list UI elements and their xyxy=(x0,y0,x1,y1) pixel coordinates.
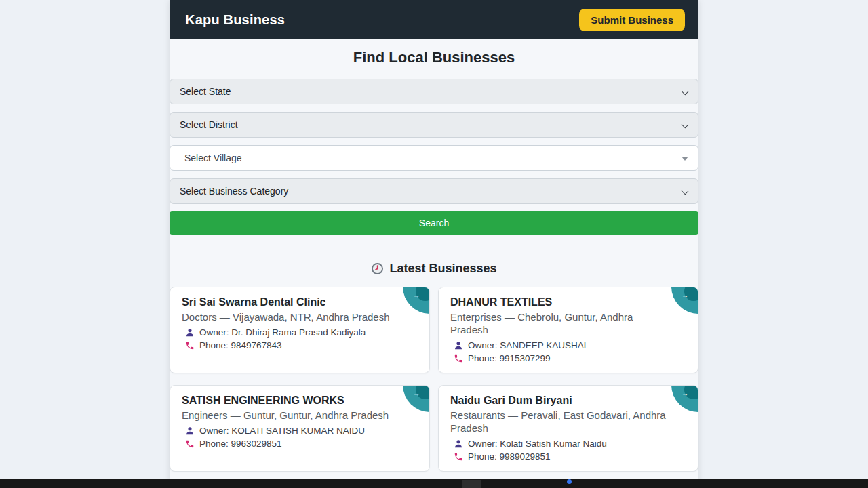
chevron-down-icon xyxy=(682,88,689,96)
business-phone-row: Phone: 9849767843 xyxy=(182,340,399,352)
business-category-location: Engineers — Guntur, Guntur, Andhra Prade… xyxy=(182,409,399,422)
card-corner-badge: → xyxy=(671,287,698,314)
chevron-down-icon xyxy=(682,188,689,195)
latest-businesses-heading: Latest Businesses xyxy=(170,262,698,276)
business-owner-text: Owner: KOLATI SATISH KUMAR NAIDU xyxy=(199,425,365,437)
card-corner-badge: → xyxy=(403,287,430,314)
business-phone-text: Phone: 9989029851 xyxy=(468,451,551,463)
state-select[interactable]: Select State xyxy=(170,79,698,104)
business-card[interactable]: Naidu Gari Dum Biryani Restaurants — Per… xyxy=(438,385,698,472)
phone-icon xyxy=(185,341,195,350)
state-select-label: Select State xyxy=(180,86,231,97)
district-select[interactable]: Select District xyxy=(170,112,698,138)
taskbar-app-dot-icon xyxy=(567,479,572,484)
business-phone-row: Phone: 9989029851 xyxy=(450,451,668,463)
person-icon xyxy=(454,439,463,449)
business-phone-text: Phone: 9963029851 xyxy=(199,438,282,450)
arrow-right-icon: → xyxy=(413,292,420,299)
business-owner-row: Owner: Kolati Satish Kumar Naidu xyxy=(450,438,668,450)
taskbar xyxy=(0,479,868,488)
chevron-down-icon xyxy=(682,121,689,129)
site-title: Kapu Business xyxy=(185,12,285,28)
card-corner-badge: → xyxy=(671,385,698,412)
arrow-right-icon: → xyxy=(682,390,688,397)
taskbar-tile xyxy=(462,480,481,488)
caret-down-icon xyxy=(682,157,688,161)
phone-icon xyxy=(454,452,463,462)
business-owner-row: Owner: SANDEEP KAUSHAL xyxy=(450,340,668,352)
business-phone-text: Phone: 9915307299 xyxy=(468,352,551,365)
business-category-location: Restaurants — Peravali, East Godavari, A… xyxy=(450,409,668,434)
person-icon xyxy=(185,426,195,436)
page-title: Find Local Businesses xyxy=(170,48,698,67)
arrow-right-icon: → xyxy=(413,390,420,397)
business-category-select-label: Select Business Category xyxy=(180,186,288,197)
business-owner-text: Owner: Kolati Satish Kumar Naidu xyxy=(468,438,607,450)
main-content: Find Local Businesses Select State Selec… xyxy=(170,48,698,488)
business-category-select[interactable]: Select Business Category xyxy=(170,178,698,204)
business-card[interactable]: Sri Sai Swarna Dental Clinic Doctors — V… xyxy=(170,287,430,373)
business-category-location: Doctors — Vijayawada, NTR, Andhra Prades… xyxy=(182,310,399,323)
business-name: DHANUR TEXTILES xyxy=(450,296,668,309)
search-button[interactable]: Search xyxy=(170,211,698,235)
page-container: Kapu Business Submit Business Find Local… xyxy=(170,0,698,488)
submit-business-button[interactable]: Submit Business xyxy=(579,9,685,31)
business-owner-row: Owner: Dr. Dhiraj Rama Prasad Kadiyala xyxy=(182,327,399,339)
arrow-right-icon: → xyxy=(682,292,688,299)
business-category-location: Enterprises — Chebrolu, Guntur, Andhra P… xyxy=(450,310,668,336)
business-name: SATISH ENGINEERING WORKS xyxy=(182,394,399,407)
business-name: Naidu Gari Dum Biryani xyxy=(450,394,668,407)
site-header: Kapu Business Submit Business xyxy=(170,0,698,39)
district-select-label: Select District xyxy=(180,119,238,130)
business-card[interactable]: SATISH ENGINEERING WORKS Engineers — Gun… xyxy=(170,385,430,472)
clock-icon xyxy=(371,262,384,275)
business-phone-text: Phone: 9849767843 xyxy=(199,340,282,352)
card-corner-badge: → xyxy=(403,385,430,412)
business-phone-row: Phone: 9915307299 xyxy=(450,352,668,365)
business-owner-row: Owner: KOLATI SATISH KUMAR NAIDU xyxy=(182,425,399,437)
phone-icon xyxy=(454,354,463,363)
latest-businesses-title: Latest Businesses xyxy=(389,262,496,276)
village-select-label: Select Village xyxy=(184,152,242,163)
business-card[interactable]: DHANUR TEXTILES Enterprises — Chebrolu, … xyxy=(438,287,698,373)
business-card-grid: Sri Sai Swarna Dental Clinic Doctors — V… xyxy=(170,287,698,488)
business-owner-text: Owner: Dr. Dhiraj Rama Prasad Kadiyala xyxy=(199,327,366,339)
person-icon xyxy=(454,341,463,350)
phone-icon xyxy=(185,439,195,449)
business-phone-row: Phone: 9963029851 xyxy=(182,438,399,450)
village-select[interactable]: Select Village xyxy=(170,145,698,171)
business-owner-text: Owner: SANDEEP KAUSHAL xyxy=(468,340,589,352)
person-icon xyxy=(185,328,195,338)
business-name: Sri Sai Swarna Dental Clinic xyxy=(182,296,399,309)
